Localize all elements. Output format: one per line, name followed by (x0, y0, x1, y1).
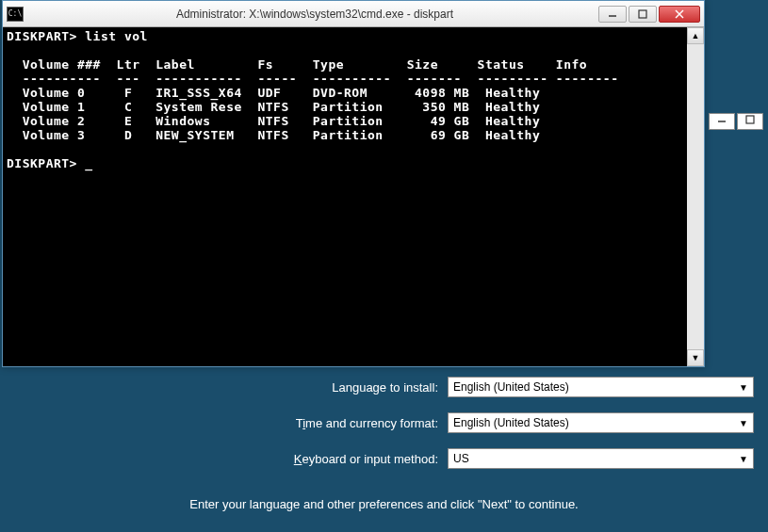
svg-rect-3 (639, 10, 646, 18)
time-currency-select[interactable]: English (United States) ▼ (448, 412, 754, 433)
cmd-window-controls (598, 6, 700, 23)
keyboard-select[interactable]: US ▼ (448, 448, 754, 469)
cmd-terminal-output[interactable]: DISKPART> list vol Volume ### Ltr Label … (3, 27, 687, 366)
scroll-up-button[interactable]: ▲ (687, 27, 704, 44)
cmd-minimize-button[interactable] (598, 6, 627, 23)
scroll-down-button[interactable]: ▼ (687, 349, 704, 366)
svg-rect-1 (746, 116, 754, 123)
dropdown-arrow-icon: ▼ (736, 451, 751, 466)
language-select[interactable]: English (United States) ▼ (448, 377, 754, 397)
dropdown-arrow-icon: ▼ (736, 379, 751, 395)
keyboard-row: Keyboard or input method: US ▼ (14, 448, 754, 469)
cmd-icon: C:\ (7, 7, 24, 22)
cmd-close-button[interactable] (659, 6, 700, 23)
keyboard-label: Keyboard or input method: (14, 452, 448, 466)
time-currency-row: Time and currency format: English (Unite… (14, 412, 754, 433)
cmd-titlebar[interactable]: C:\ Administrator: X:\windows\system32\c… (3, 1, 704, 27)
cmd-maximize-button[interactable] (629, 6, 657, 23)
language-label: Language to install: (14, 380, 448, 395)
language-row: Language to install: English (United Sta… (14, 377, 754, 397)
language-select-value: English (United States) (453, 380, 569, 394)
scroll-track[interactable] (687, 44, 704, 349)
keyboard-value: US (453, 452, 469, 465)
setup-minimize-button[interactable] (709, 113, 735, 130)
setup-window-controls (709, 113, 763, 130)
setup-maximize-button[interactable] (737, 113, 763, 130)
cmd-scrollbar[interactable]: ▲ ▼ (687, 27, 704, 366)
time-currency-value: English (United States) (453, 416, 569, 429)
cmd-window: C:\ Administrator: X:\windows\system32\c… (2, 0, 705, 367)
time-currency-label: Time and currency format: (14, 416, 448, 430)
cmd-title: Administrator: X:\windows\system32\cmd.e… (31, 8, 598, 21)
dropdown-arrow-icon: ▼ (736, 415, 751, 430)
setup-form: Language to install: English (United Sta… (0, 377, 768, 511)
setup-hint-text: Enter your language and other preference… (14, 497, 754, 511)
